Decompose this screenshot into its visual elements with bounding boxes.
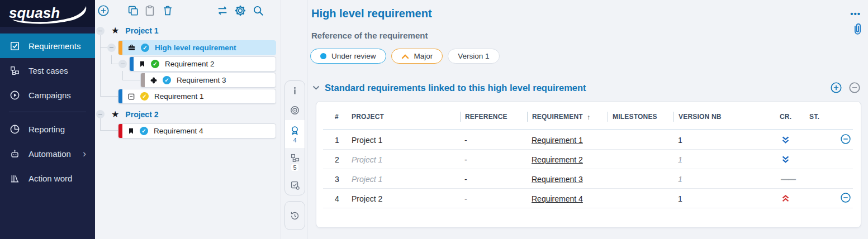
sidebar-item-campaigns[interactable]: Campaigns [0, 83, 95, 107]
row-index: 4 [316, 194, 348, 203]
linked-requirements-count: 4 [291, 137, 298, 144]
campaigns-play-icon [10, 90, 20, 101]
collapse-toggle-project-2[interactable] [96, 110, 105, 118]
tree-node-requirement-2[interactable]: ✓ Requirement 2 [129, 56, 276, 71]
row-version: 1 [673, 175, 780, 184]
target-icon [290, 105, 300, 116]
attachments-paperclip-icon[interactable] [851, 22, 864, 37]
section-collapse-chevron-icon[interactable] [312, 85, 320, 90]
tree-node-label: Requirement 4 [154, 127, 203, 135]
row-index: 1 [316, 136, 348, 145]
status-dot-icon [320, 53, 326, 59]
collapse-toggle-requirement-2[interactable] [118, 60, 127, 68]
tree-connector [111, 64, 118, 64]
tree-node-high-level-requirement[interactable]: ✓ High level requirement [118, 40, 276, 55]
tree-connector [111, 55, 112, 64]
sidebar-item-action-word[interactable]: Action word [0, 166, 95, 190]
sidebar-item-test-cases[interactable]: Test cases [0, 58, 95, 83]
collapse-toggle-high-level-requirement[interactable] [107, 44, 116, 52]
table-row: 4 Project 2 - Requirement 4 1 [316, 189, 861, 208]
linked-tree-icon [290, 153, 300, 163]
sidebar-item-label: Reporting [29, 125, 65, 134]
sidebar-item-label: Campaigns [29, 90, 71, 100]
search-icon[interactable] [252, 4, 264, 17]
criticality-decreasing-icon [781, 136, 790, 145]
tree-connector [100, 130, 118, 131]
milestone-bar [118, 41, 122, 55]
tree-connector [122, 80, 140, 80]
criticality-increasing-icon [781, 194, 790, 203]
status-under-review-badge-icon: ✓ [141, 44, 149, 52]
sidebar-item-reporting[interactable]: Reporting [0, 117, 95, 141]
tree-connector [100, 47, 107, 48]
anchor-target-button[interactable] [285, 100, 305, 120]
settings-gear-icon[interactable] [234, 4, 246, 17]
project-star-icon: ★ [111, 26, 119, 35]
logo-text: squash [9, 4, 60, 21]
anchor-linked-test-cases-button[interactable]: 5 [285, 148, 305, 175]
tree-node-label: Requirement 2 [165, 60, 215, 68]
requirement-link[interactable]: Requirement 4 [532, 194, 583, 203]
anchor-toolbar: 4 5 [281, 0, 308, 239]
requirement-link[interactable]: Requirement 1 [532, 136, 583, 145]
sidebar-item-requirements[interactable]: Requirements [0, 34, 95, 58]
bookmark-icon [127, 127, 135, 135]
column-header-actions [839, 112, 861, 122]
tree-node-project-2[interactable]: ★ Project 2 [111, 109, 158, 120]
unlink-requirement-button[interactable] [840, 192, 851, 203]
requirement-link[interactable]: Requirement 2 [532, 155, 583, 164]
requirements-checkbox-icon [10, 41, 20, 51]
tree-connector [122, 71, 123, 80]
requirement-link[interactable]: Requirement 3 [532, 175, 583, 184]
version-badge[interactable]: Version 1 [448, 49, 499, 64]
status-under-review-badge-icon: ✓ [163, 76, 171, 84]
column-header-status[interactable]: ST. [809, 112, 839, 122]
tree-node-requirement-4[interactable]: ✓ Requirement 4 [118, 123, 276, 138]
new-requirement-button[interactable] [97, 4, 110, 17]
row-reference: - [460, 155, 527, 164]
anchor-linked-requirements-button[interactable]: 4 [285, 120, 305, 148]
remove-linked-requirement-button[interactable] [848, 82, 861, 94]
sort-ascending-icon: ↑ [587, 113, 591, 121]
row-reference: - [460, 136, 527, 145]
column-header-version-nb[interactable]: VERSION NB [673, 112, 780, 122]
column-header-requirement[interactable]: REQUIREMENT ↑ [527, 112, 608, 122]
copy-button[interactable] [127, 4, 139, 17]
tree-node-project-1[interactable]: ★ Project 1 [111, 25, 158, 36]
anchor-verification-button[interactable] [285, 175, 305, 195]
status-badge[interactable]: Under review [310, 49, 386, 64]
unlink-requirement-button[interactable] [840, 133, 851, 145]
tree-node-label: Requirement 3 [177, 76, 226, 84]
sidebar-item-automation[interactable]: Automation › [0, 141, 95, 166]
anchor-information-button[interactable] [285, 81, 305, 100]
row-version: 1 [673, 136, 780, 145]
action-word-library-icon [10, 173, 20, 184]
history-icon [290, 211, 300, 221]
delete-button[interactable] [162, 4, 174, 17]
more-menu-button[interactable]: ••• [850, 9, 861, 18]
criticality-decreasing-icon [781, 155, 790, 164]
main-sidebar: squash Requirements Test cases [0, 0, 95, 239]
tree-node-requirement-3[interactable]: ✓ Requirement 3 [140, 73, 276, 88]
tree-node-label: Project 2 [125, 110, 158, 119]
column-header-index[interactable]: # [316, 112, 348, 122]
swap-panels-button[interactable] [216, 4, 229, 17]
add-linked-requirement-button[interactable] [830, 82, 842, 94]
row-project: Project 2 [348, 194, 460, 203]
tree-node-requirement-1[interactable]: ✓ Requirement 1 [118, 89, 276, 104]
paste-button[interactable] [144, 4, 156, 17]
column-header-reference[interactable]: REFERENCE [460, 112, 527, 122]
reporting-pie-chart-icon [10, 124, 20, 135]
row-reference: - [460, 175, 527, 184]
collapse-toggle-project-1[interactable] [96, 27, 105, 35]
criticality-badge[interactable]: Major [391, 49, 443, 64]
status-work-in-progress-badge-icon: ✓ [140, 92, 149, 101]
status-badge-label: Under review [331, 52, 376, 60]
sidebar-item-label: Automation [29, 149, 71, 159]
version-badge-label: Version 1 [458, 52, 489, 60]
squash-logo-swoosh-icon: squash [4, 1, 91, 26]
column-header-criticality[interactable]: CR. [780, 112, 809, 122]
column-header-project[interactable]: PROJECT [348, 112, 460, 122]
anchor-history-button[interactable] [285, 205, 305, 226]
column-header-milestones[interactable]: MILESTONES [608, 112, 673, 122]
